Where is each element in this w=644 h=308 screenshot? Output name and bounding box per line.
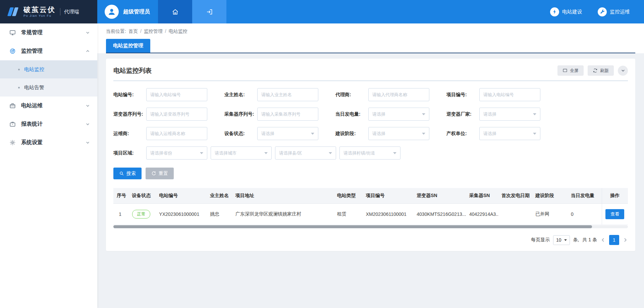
chevron-down-icon — [86, 122, 90, 126]
filter-grid: 电站编号:业主姓名:代理商:项目编号:逆变器序列号:采集器序列号:当日发电量:请… — [113, 88, 628, 140]
panel-title: 电站监控列表 — [113, 66, 152, 75]
pagination: 每页显示 10 条, 共 1 条 1 — [113, 235, 628, 245]
region-select[interactable]: 请选择城市 — [211, 146, 272, 160]
chevron-down-icon — [533, 113, 536, 115]
filter-label: 电站编号: — [113, 92, 146, 98]
briefcase-icon — [9, 121, 16, 128]
divider — [113, 80, 628, 81]
breadcrumb-item[interactable]: 监控管理 — [144, 28, 163, 35]
filter-label: 当日发电量: — [335, 111, 368, 117]
logo-subtitle: Po Jian Yun Fu — [23, 14, 56, 17]
fullscreen-icon — [562, 68, 568, 73]
sidebar-item-label: 常规管理 — [21, 29, 86, 36]
page-number-current[interactable]: 1 — [609, 235, 619, 245]
filter-field: 代理商: — [335, 88, 446, 101]
bullet-icon — [18, 87, 20, 88]
filter-select[interactable]: 请选择 — [368, 127, 429, 140]
logo-icon — [7, 6, 20, 17]
cell-inverter_sn: 4030KMTS216G0213... — [413, 204, 466, 225]
filter-label: 代理商: — [335, 92, 368, 98]
filter-field: 业主姓名: — [224, 88, 335, 101]
topnav-station-construction[interactable]: 电站建设 — [550, 7, 582, 16]
filter-input[interactable] — [257, 88, 318, 101]
per-page-label: 每页显示 — [531, 237, 550, 243]
divider — [60, 8, 60, 15]
region-select[interactable]: 请选择村镇/街道 — [339, 146, 400, 160]
scrollbar-thumb[interactable] — [113, 225, 592, 228]
filter-label: 业主姓名: — [224, 92, 257, 98]
tab-station-monitor-management[interactable]: 电站监控管理 — [106, 39, 150, 53]
filter-select[interactable]: 请选择 — [257, 127, 318, 140]
next-page-button[interactable] — [623, 237, 628, 243]
filter-input[interactable] — [368, 88, 429, 101]
monitor-icon — [9, 29, 16, 36]
filter-label: 运维商: — [113, 131, 146, 137]
cell-status: 正常 — [127, 204, 156, 225]
column-header: 当日发电量 — [568, 188, 602, 204]
filter-input[interactable] — [146, 88, 207, 101]
filter-input[interactable] — [479, 88, 540, 101]
fullscreen-label: 全屏 — [570, 68, 579, 74]
per-page-select[interactable]: 10 — [553, 235, 570, 245]
filter-select[interactable]: 请选择 — [368, 108, 429, 121]
topnav-monitor-operation[interactable]: 监控运维 — [598, 7, 630, 16]
search-button[interactable]: 搜索 — [113, 168, 142, 179]
breadcrumb-item[interactable]: 首页 — [128, 28, 138, 35]
collapse-button[interactable] — [618, 66, 628, 76]
prev-page-button[interactable] — [600, 237, 606, 243]
station-table: 序号设备状态电站编号业主姓名项目地址电站类型项目编号逆变器SN采集器SN首次发电… — [113, 188, 628, 228]
sidebar-item-monitor-management[interactable]: 监控管理 — [0, 42, 97, 60]
chevron-up-icon — [86, 49, 90, 53]
per-page-value: 10 — [556, 237, 561, 243]
filter-label: 采集器序列号: — [224, 111, 257, 117]
cell-address: 广东深圳龙华区观澜镇姚家庄村 — [232, 204, 334, 225]
sidebar-item-system-settings[interactable]: 系统设置 — [0, 133, 97, 152]
column-header: 序号 — [113, 188, 127, 204]
filter-select[interactable]: 请选择 — [479, 108, 540, 121]
topnav-label: 电站建设 — [562, 9, 582, 15]
sidebar-item-station-operation[interactable]: 电站运维 — [0, 97, 97, 115]
region-select[interactable]: 请选择省份 — [146, 146, 207, 160]
reset-button[interactable]: 重置 — [146, 168, 174, 179]
region-select[interactable]: 请选择县/区 — [275, 146, 336, 160]
filter-field: 逆变器厂家:请选择 — [446, 108, 557, 121]
sidebar-item-general-management[interactable]: 常规管理 — [0, 23, 97, 42]
view-button[interactable]: 查看 — [605, 209, 624, 219]
filter-field: 采集器序列号: — [224, 108, 335, 121]
refresh-button[interactable]: 刷新 — [588, 65, 614, 76]
bolt-icon — [550, 7, 559, 16]
cell-station_type: 租赁 — [334, 204, 363, 225]
logout-button[interactable] — [192, 0, 226, 23]
filter-select[interactable]: 请选择 — [479, 127, 540, 140]
filter-actions: 搜索 重置 — [113, 168, 628, 179]
home-button[interactable] — [158, 0, 192, 23]
filter-label: 产权单位: — [446, 131, 479, 137]
sidebar-item-report-statistics[interactable]: 报表统计 — [0, 115, 97, 133]
topnav-label: 监控运维 — [610, 9, 630, 15]
fullscreen-button[interactable]: 全屏 — [557, 65, 584, 76]
chevron-down-icon — [564, 239, 567, 241]
portal-label: 代理端 — [64, 9, 79, 15]
sidebar-subitem-station-alarm[interactable]: 电站告警 — [0, 78, 97, 97]
wrench-icon — [598, 7, 607, 16]
filter-input[interactable] — [146, 127, 207, 140]
breadcrumb-separator: / — [165, 28, 166, 35]
column-header: 操作 — [602, 188, 628, 204]
cell-first_power_date — [498, 204, 532, 225]
filter-input[interactable] — [146, 108, 207, 121]
chevron-down-icon — [329, 152, 332, 154]
column-header: 首次发电日期 — [498, 188, 532, 204]
cell-collector_sn: 40422914A3... — [466, 204, 498, 225]
user-menu[interactable]: 超级管理员 — [97, 0, 158, 23]
column-header: 电站编号 — [156, 188, 207, 204]
filter-field: 当日发电量:请选择 — [335, 108, 446, 121]
horizontal-scrollbar[interactable] — [113, 225, 628, 228]
total-count: 共 1 条 — [582, 237, 597, 243]
sidebar-subitem-station-monitor[interactable]: 电站监控 — [0, 60, 97, 78]
cell-owner: 姚忠 — [207, 204, 232, 225]
reset-label: 重置 — [159, 171, 168, 177]
filter-input[interactable] — [257, 108, 318, 121]
toolbox-icon — [9, 103, 16, 109]
breadcrumb-item[interactable]: 电站监控 — [169, 28, 187, 35]
column-header: 项目地址 — [232, 188, 334, 204]
